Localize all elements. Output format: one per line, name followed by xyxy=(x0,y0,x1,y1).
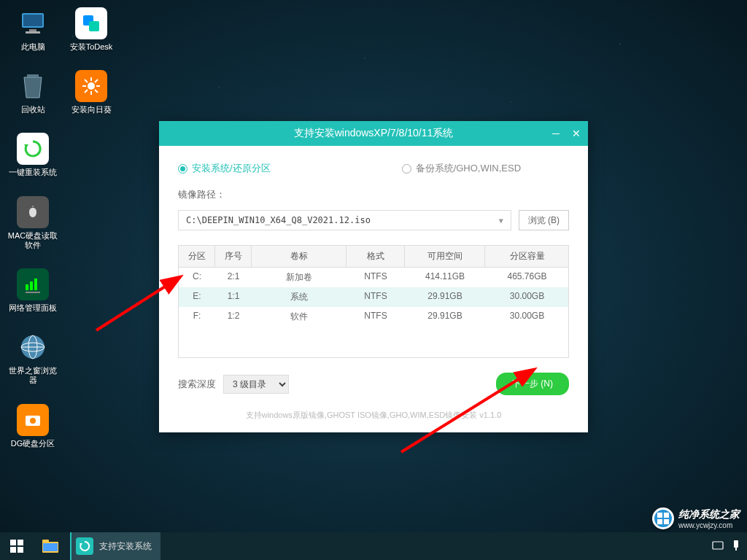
search-depth-label: 搜索深度 xyxy=(178,378,216,391)
watermark-url: www.ycwjzy.com xyxy=(678,521,740,529)
globe-icon xyxy=(17,331,49,363)
system-tray xyxy=(712,540,747,553)
icon-label: DG硬盘分区 xyxy=(11,439,55,448)
desktop-icon-browser[interactable]: 世界之窗浏览器 xyxy=(7,331,58,385)
svg-rect-34 xyxy=(664,519,669,524)
desktop-icon-mac-disk[interactable]: MAC硬盘读取软件 xyxy=(7,196,58,250)
svg-line-15 xyxy=(85,90,88,93)
col-format: 格式 xyxy=(347,246,405,267)
mode-radio-group: 安装系统/还原分区 备份系统/GHO,WIN,ESD xyxy=(178,162,569,175)
browse-button[interactable]: 浏览 (B) xyxy=(519,210,569,230)
radio-label: 备份系统/GHO,WIN,ESD xyxy=(416,162,521,175)
todesk-icon xyxy=(75,7,107,39)
table-header-row: 分区 序号 卷标 格式 可用空间 分区容量 xyxy=(179,246,568,268)
icon-label: 世界之窗浏览器 xyxy=(7,366,58,385)
monitor-icon xyxy=(17,7,49,39)
icon-label: 此电脑 xyxy=(21,42,45,52)
svg-rect-33 xyxy=(657,519,662,524)
svg-line-14 xyxy=(95,79,98,82)
minimize-button[interactable]: ─ xyxy=(550,128,562,139)
desktop-icon-todesk[interactable]: 安装ToDesk xyxy=(66,7,117,52)
col-num: 序号 xyxy=(215,246,252,267)
sunflower-icon xyxy=(75,70,107,102)
svg-point-7 xyxy=(88,82,95,90)
radio-dot-icon xyxy=(402,164,411,174)
icon-label: 安装ToDesk xyxy=(70,42,113,52)
icon-label: 安装向日葵 xyxy=(71,105,112,114)
trash-icon xyxy=(17,70,49,102)
svg-rect-41 xyxy=(43,543,58,551)
reinstall-icon xyxy=(17,133,49,165)
icon-label: 一键重装系统 xyxy=(9,168,57,177)
desktop-icons-area: 此电脑 安装ToDesk 回收站 安装向日葵 一键重装系统 MAC硬盘读取软件 xyxy=(7,7,117,448)
svg-line-13 xyxy=(95,90,98,93)
tray-volume-icon[interactable] xyxy=(731,540,741,553)
table-row[interactable]: E: 1:1 系统 NTFS 29.91GB 30.00GB xyxy=(179,287,568,307)
radio-install-restore[interactable]: 安装系统/还原分区 xyxy=(178,162,271,175)
radio-backup[interactable]: 备份系统/GHO,WIN,ESD xyxy=(402,162,521,175)
taskbar-active-window[interactable]: 支持安装系统 xyxy=(70,532,160,560)
svg-rect-43 xyxy=(713,542,723,549)
titlebar[interactable]: 支持安装windowsXP/7/8/10/11系统 ─ ✕ xyxy=(159,121,588,146)
svg-rect-19 xyxy=(34,279,37,290)
svg-rect-3 xyxy=(26,31,40,34)
taskbar: 支持安装系统 xyxy=(0,532,747,560)
search-depth-select[interactable]: 3 级目录 xyxy=(223,375,289,394)
svg-rect-18 xyxy=(30,281,33,290)
app-icon xyxy=(76,537,93,555)
desktop-icon-recycle-bin[interactable]: 回收站 xyxy=(7,70,58,114)
col-partition: 分区 xyxy=(179,246,215,267)
svg-rect-37 xyxy=(10,547,16,553)
table-row[interactable]: C: 2:1 新加卷 NTFS 414.11GB 465.76GB xyxy=(179,268,568,287)
desktop-icon-dg-partition[interactable]: DG硬盘分区 xyxy=(7,404,58,448)
svg-rect-32 xyxy=(664,513,669,518)
svg-rect-44 xyxy=(734,540,738,548)
desktop-icon-this-pc[interactable]: 此电脑 xyxy=(7,7,58,52)
table-row[interactable]: F: 1:2 软件 NTFS 29.91GB 30.00GB xyxy=(179,307,568,327)
col-label: 卷标 xyxy=(252,246,347,267)
svg-line-12 xyxy=(85,79,88,82)
start-button[interactable] xyxy=(0,532,34,560)
taskbar-item-label: 支持安装系统 xyxy=(99,540,152,553)
icon-label: 回收站 xyxy=(21,105,45,114)
partition-table: 分区 序号 卷标 格式 可用空间 分区容量 C: 2:1 新加卷 NTFS 41… xyxy=(178,245,569,358)
apple-icon xyxy=(17,196,49,228)
svg-rect-31 xyxy=(657,513,662,518)
radio-dot-icon xyxy=(178,164,187,174)
svg-rect-1 xyxy=(23,15,42,26)
icon-label: MAC硬盘读取软件 xyxy=(7,231,58,250)
icon-label: 网络管理面板 xyxy=(9,303,57,313)
svg-point-26 xyxy=(30,418,36,424)
installer-dialog: 支持安装windowsXP/7/8/10/11系统 ─ ✕ 安装系统/还原分区 … xyxy=(159,121,588,432)
desktop-icon-network-panel[interactable]: 网络管理面板 xyxy=(7,268,58,313)
disk-icon xyxy=(17,404,49,436)
watermark-logo-icon xyxy=(652,508,674,529)
taskbar-explorer[interactable] xyxy=(34,532,67,560)
col-size: 分区容量 xyxy=(485,246,569,267)
svg-rect-45 xyxy=(735,548,737,551)
image-path-label: 镜像路径： xyxy=(178,188,569,201)
svg-rect-36 xyxy=(18,540,23,545)
watermark-brand: 纯净系统之家 xyxy=(678,508,740,520)
image-path-dropdown[interactable]: C:\DEEPIN_WIN10_X64_Q8_V2021.12.iso ▼ xyxy=(178,210,511,230)
svg-rect-17 xyxy=(26,284,28,290)
network-icon xyxy=(17,268,49,300)
desktop-icon-reinstall[interactable]: 一键重装系统 xyxy=(7,133,58,177)
svg-rect-6 xyxy=(27,74,39,77)
desktop-icon-sunflower[interactable]: 安装向日葵 xyxy=(66,70,117,114)
chevron-down-icon: ▼ xyxy=(499,217,503,225)
path-value: C:\DEEPIN_WIN10_X64_Q8_V2021.12.iso xyxy=(186,215,371,225)
svg-rect-2 xyxy=(29,29,36,31)
close-button[interactable]: ✕ xyxy=(570,128,582,139)
footer-info: 支持windows原版镜像,GHOST ISO镜像,GHO,WIM,ESD镜像安… xyxy=(178,410,569,421)
radio-label: 安装系统/还原分区 xyxy=(192,162,271,175)
tray-network-icon[interactable] xyxy=(712,540,724,553)
svg-rect-35 xyxy=(10,540,16,545)
next-button[interactable]: 下一步 (N) xyxy=(496,373,569,395)
svg-rect-38 xyxy=(18,547,23,553)
svg-rect-40 xyxy=(42,540,49,543)
col-free: 可用空间 xyxy=(405,246,485,267)
svg-rect-20 xyxy=(26,292,40,293)
svg-rect-5 xyxy=(89,21,99,31)
watermark: 纯净系统之家 www.ycwjzy.com xyxy=(652,508,740,529)
